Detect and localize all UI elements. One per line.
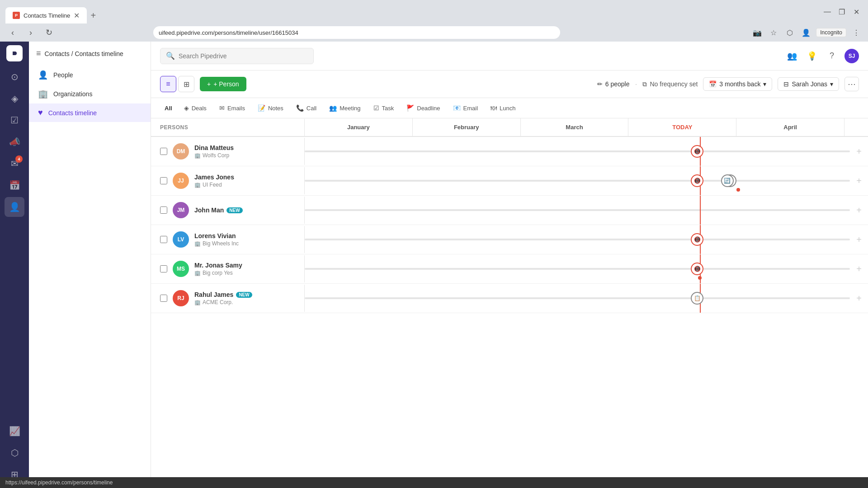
breadcrumb-contacts[interactable]: Contacts <box>45 50 70 57</box>
filter-bar: All ◈ Deals ✉ Emails 📝 Notes 📞 Call <box>151 98 868 118</box>
people-icon: 👤 <box>38 70 48 80</box>
sidebar: ≡ Contacts / Contacts timeline 👤 People … <box>29 42 151 488</box>
person-name-RJ[interactable]: Rahul James NEW <box>194 291 295 298</box>
person-name-JJ[interactable]: James Jones <box>194 174 295 181</box>
nav-item-contacts[interactable]: 👤 <box>5 197 24 217</box>
filter-deadline[interactable]: 🚩 Deadline <box>401 102 445 114</box>
tab-bar: P Contacts Timeline ✕ + <box>5 0 99 23</box>
table-row: MS Mr. Jonas Samy 🏢Big corp Yes 📵 + <box>151 254 868 284</box>
filter-task[interactable]: ☑ Task <box>368 102 400 114</box>
activity-call-MS-0[interactable]: 📵 <box>691 263 703 275</box>
row-add-button-JJ[interactable]: + <box>850 174 868 188</box>
filter-email-label: Email <box>463 105 478 112</box>
person-checkbox-MS[interactable] <box>160 265 167 272</box>
person-checkbox-LV[interactable] <box>160 236 167 243</box>
table-row: DM Dina Matteus 🏢Wolfs Corp 📵 + <box>151 137 868 166</box>
new-tab-button[interactable]: + <box>87 9 99 22</box>
person-checkbox-JJ[interactable] <box>160 177 167 184</box>
filter-lunch[interactable]: 🍽 Lunch <box>485 102 521 114</box>
date-range-dropdown[interactable]: 📅 3 months back ▾ <box>703 77 772 91</box>
person-name-LV[interactable]: Lorens Vivian <box>194 232 295 239</box>
row-add-button-JM[interactable]: + <box>850 203 868 217</box>
person-name-JM[interactable]: John Man NEW <box>194 206 295 214</box>
row-add-button-LV[interactable]: + <box>850 232 868 247</box>
contacts-toolbar-icon[interactable]: 👥 <box>785 49 799 63</box>
person-timeline-MS: 📵 <box>305 254 850 283</box>
activity-call-LV-0[interactable]: 📵 <box>691 233 703 246</box>
person-org-RJ: 🏢ACME Corp. <box>194 299 295 305</box>
timeline-table: PERSONS January February March TODAY Apr… <box>151 118 868 488</box>
maximize-button[interactable]: ❐ <box>835 5 848 18</box>
nav-item-deals[interactable]: ◈ <box>5 89 24 108</box>
sidebar-item-organizations[interactable]: 🏢 Organizations <box>29 84 151 103</box>
filter-meeting[interactable]: 👥 Meeting <box>324 102 366 114</box>
activity-note-RJ-0[interactable]: 📋 <box>691 292 703 305</box>
close-button[interactable]: ✕ <box>850 5 863 18</box>
add-person-button[interactable]: + + Person <box>200 77 246 91</box>
person-name-DM[interactable]: Dina Matteus <box>194 144 295 151</box>
list-view-button[interactable]: ≡ <box>160 76 176 92</box>
minimize-button[interactable]: — <box>821 5 834 18</box>
grid-view-button[interactable]: ⊞ <box>178 76 194 92</box>
person-avatar-RJ: RJ <box>173 290 189 306</box>
active-tab[interactable]: P Contacts Timeline ✕ <box>5 7 87 23</box>
filter-email[interactable]: 📧 Email <box>448 102 484 114</box>
activity-sync-JJ[interactable]: 🔄 <box>721 174 734 187</box>
forward-button[interactable]: › <box>24 25 38 40</box>
back-button[interactable]: ‹ <box>5 25 20 40</box>
sidebar-item-people[interactable]: 👤 People <box>29 66 151 84</box>
person-info-RJ: RJ Rahul James NEW 🏢ACME Corp. <box>151 285 305 312</box>
person-checkbox-RJ[interactable] <box>160 295 167 302</box>
row-add-button-MS[interactable]: + <box>850 262 868 276</box>
filter-emails-label: Emails <box>227 105 245 112</box>
filter-deals[interactable]: ◈ Deals <box>179 102 212 114</box>
profile-icon[interactable]: 👤 <box>800 26 812 39</box>
filter-all[interactable]: All <box>160 102 177 114</box>
sidebar-header: ≡ Contacts / Contacts timeline <box>29 49 151 66</box>
refresh-button[interactable]: ↻ <box>42 25 56 40</box>
row-add-button-RJ[interactable]: + <box>850 291 868 305</box>
camera-icon[interactable]: 📷 <box>751 26 764 39</box>
nav-item-campaigns[interactable]: 📣 <box>5 132 24 152</box>
app-logo[interactable] <box>6 45 23 61</box>
person-timeline-LV: 📵 <box>305 225 850 254</box>
filter-call[interactable]: 📞 Call <box>291 102 322 114</box>
person-checkbox-DM[interactable] <box>160 148 167 155</box>
tab-close-btn[interactable]: ✕ <box>74 11 80 20</box>
filter-emails[interactable]: ✉ Emails <box>214 102 250 114</box>
activity-call-DM-0[interactable]: 📵 <box>691 145 703 158</box>
help-icon[interactable]: ? <box>825 49 839 63</box>
reports-icon: 📈 <box>9 426 20 436</box>
hints-icon[interactable]: 💡 <box>805 49 819 63</box>
extensions-icon[interactable]: ⬡ <box>783 26 796 39</box>
sidebar-item-organizations-label: Organizations <box>53 90 92 98</box>
address-bar[interactable]: uifeed.pipedrive.com/persons/timeline/us… <box>153 26 560 39</box>
copy-icon[interactable]: ⧉ <box>642 80 647 88</box>
nav-item-mail[interactable]: ✉ 4 <box>5 154 24 174</box>
filter-notes[interactable]: 📝 Notes <box>252 102 289 114</box>
bookmark-icon[interactable]: ☆ <box>767 26 780 39</box>
menu-icon[interactable]: ⋮ <box>850 26 863 39</box>
menu-toggle-button[interactable]: ≡ <box>36 49 41 58</box>
nav-item-tasks[interactable]: ☑ <box>5 110 24 130</box>
timeline-bar-JM <box>305 209 850 211</box>
row-add-button-DM[interactable]: + <box>850 144 868 159</box>
edit-icon[interactable]: ✏ <box>597 80 603 88</box>
user-avatar[interactable]: SJ <box>844 49 859 63</box>
nav-item-calendar[interactable]: 📅 <box>5 175 24 195</box>
person-checkbox-JM[interactable] <box>160 206 167 214</box>
search-input[interactable] <box>179 52 308 60</box>
person-name-MS[interactable]: Mr. Jonas Samy <box>194 262 295 269</box>
nav-item-reports[interactable]: 📈 <box>5 421 24 441</box>
search-bar[interactable]: 🔍 <box>160 48 314 64</box>
nav-item-products[interactable]: ⬡ <box>5 443 24 463</box>
user-filter-dropdown[interactable]: ⊟ Sarah Jonas ▾ <box>778 77 839 91</box>
sidebar-item-contacts-timeline[interactable]: ♥ Contacts timeline <box>29 103 151 122</box>
more-options-button[interactable]: ⋯ <box>844 77 859 91</box>
nav-item-home[interactable]: ⊙ <box>5 67 24 87</box>
activity-call-JJ-0[interactable]: 📵 <box>691 174 703 187</box>
months-header: January February March TODAY April <box>305 118 844 136</box>
person-timeline-RJ: 📋 <box>305 284 850 313</box>
timeline-bar-LV <box>305 239 850 240</box>
person-details-JM: John Man NEW <box>194 206 295 214</box>
